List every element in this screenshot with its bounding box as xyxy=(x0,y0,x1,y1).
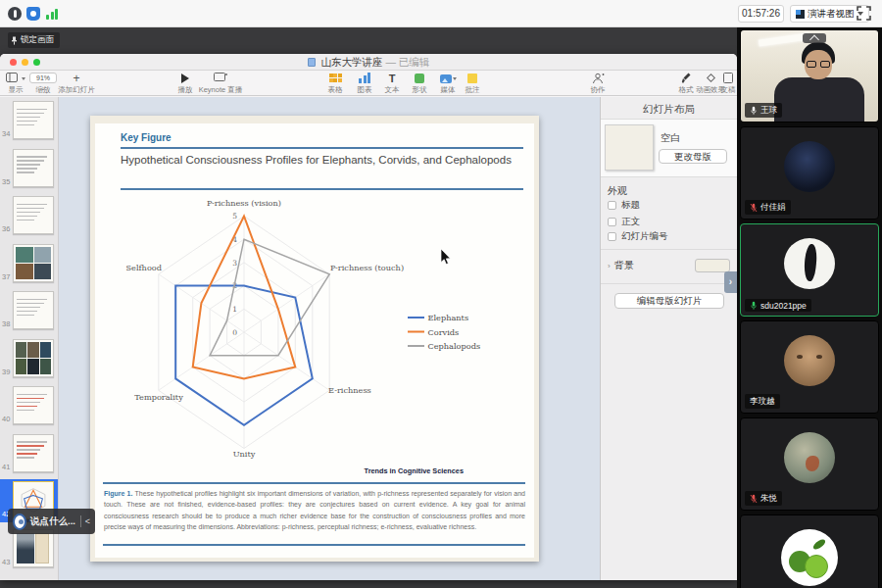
participant-tile[interactable]: 朱悦 xyxy=(740,417,879,511)
legend-label: Corvids xyxy=(428,327,460,337)
slide-thumbnail-row[interactable]: 40 xyxy=(0,384,58,427)
slide-number: 35 xyxy=(2,177,10,186)
collapse-chat-icon[interactable]: < xyxy=(85,516,90,526)
text-icon: T xyxy=(380,73,404,84)
slide-thumbnail[interactable] xyxy=(13,529,54,567)
slide-thumbnail[interactable] xyxy=(13,291,54,329)
keynote-live-button[interactable]: Keynote 直播 xyxy=(198,73,243,95)
slide-number: 43 xyxy=(2,558,10,566)
media-button[interactable]: 媒体 xyxy=(433,73,463,95)
participant-name-badge: 付佳娟 xyxy=(745,200,791,215)
slide-thumbnail-row[interactable]: 38 xyxy=(0,289,58,332)
table-button[interactable]: 表格 xyxy=(323,73,347,95)
format-inspector: 幻灯片布局 空白 更改母版 外观 标题 正文 xyxy=(600,97,737,580)
checkbox[interactable] xyxy=(608,232,616,241)
participant-name-badge: 王球 xyxy=(745,103,782,118)
play-button[interactable]: 播放 xyxy=(172,73,198,95)
window-title: 山东大学讲座 — 已编辑 xyxy=(0,56,737,70)
participant-tile[interactable]: 付佳娟 xyxy=(740,126,879,220)
appearance-label: 外观 xyxy=(608,184,627,198)
text-button[interactable]: T 文本 xyxy=(380,73,404,95)
slide-thumbnail[interactable] xyxy=(13,196,54,234)
slide-thumbnail[interactable] xyxy=(13,149,54,187)
slide-thumbnail[interactable] xyxy=(13,386,54,424)
checkbox[interactable] xyxy=(608,201,616,210)
mic-status-icon[interactable] xyxy=(8,7,22,21)
slide-thumbnail[interactable] xyxy=(13,434,54,472)
slide-thumbnail-row[interactable]: 39 xyxy=(0,337,58,380)
zoom-control[interactable]: 91% ⌄ 缩放 xyxy=(29,73,57,95)
participant-tile-active-speaker[interactable]: sdu2021ppe xyxy=(740,223,879,317)
participant-tile[interactable] xyxy=(740,514,879,588)
scroll-up-button[interactable] xyxy=(803,33,826,43)
chart-button[interactable]: 图表 xyxy=(353,73,376,95)
slide-thumbnail-row[interactable]: 35 xyxy=(0,147,58,190)
slide-thumbnail-row[interactable]: 34 xyxy=(0,99,58,142)
slide-number: 41 xyxy=(2,463,10,471)
slide-number: 38 xyxy=(2,319,10,328)
slide-thumbnail-row[interactable]: 37 xyxy=(0,242,58,285)
slide-thumbnail-row[interactable]: 36 xyxy=(0,194,58,237)
change-master-button[interactable]: 更改母版 xyxy=(659,149,727,164)
background-row[interactable]: ›背景 xyxy=(608,259,634,272)
slide-number: 39 xyxy=(2,368,10,376)
radar-ring-label: 0 xyxy=(232,328,237,337)
document-panel-button[interactable]: 文稿 xyxy=(718,73,738,95)
radar-ring-label: 1 xyxy=(232,305,237,314)
media-icon xyxy=(440,74,452,83)
slide-thumbnail[interactable] xyxy=(13,244,54,282)
participant-name-badge: 朱悦 xyxy=(745,491,782,506)
fullscreen-icon[interactable] xyxy=(857,6,871,21)
radar-axis-label: P-richness (vision) xyxy=(207,198,281,208)
view-menu-button[interactable]: 显示 xyxy=(2,73,29,95)
slide-thumbnail[interactable] xyxy=(13,101,54,139)
current-slide[interactable]: Key Figure Hypothetical Consciousness Pr… xyxy=(90,116,539,562)
keynote-titlebar: 山东大学讲座 — 已编辑 xyxy=(0,54,737,71)
figure-caption-label: Figure 1. xyxy=(104,490,132,497)
inspector-header: 幻灯片布局 xyxy=(601,103,737,117)
background-color-well[interactable] xyxy=(695,259,730,272)
pin-screen-badge[interactable]: 锁定画面 xyxy=(8,32,60,48)
slide-canvas[interactable]: Key Figure Hypothetical Consciousness Pr… xyxy=(59,97,600,580)
shared-screen-stage: 锁定画面 山东大学讲座 — 已编辑 显示 xyxy=(0,27,737,588)
panel-collapse-tab[interactable]: › xyxy=(724,271,737,293)
edit-master-button[interactable]: 编辑母版幻灯片 xyxy=(614,293,724,309)
participant-name-badge: sdu2021ppe xyxy=(745,299,811,312)
mic-on-icon xyxy=(750,106,758,116)
body-checkbox-row[interactable]: 正文 xyxy=(608,216,640,228)
avatar xyxy=(784,432,835,483)
chat-logo-avatar xyxy=(13,514,26,530)
table-icon xyxy=(329,74,342,82)
radar-axis-label: Temporality xyxy=(134,392,183,402)
radar-grid-spoke xyxy=(244,274,329,332)
radar-ring-label: 5 xyxy=(232,212,237,220)
title-checkbox-row[interactable]: 标题 xyxy=(608,199,640,212)
radar-grid-spoke xyxy=(159,332,244,390)
live-screen-icon xyxy=(214,73,227,83)
slide-thumbnail-row[interactable]: 41 xyxy=(0,432,58,475)
keynote-toolbar: 显示 91% ⌄ 缩放 + 添加幻灯片 播放 Keynote 直播 xyxy=(0,71,737,96)
plus-icon: + xyxy=(57,73,96,84)
network-signal-icon xyxy=(46,7,60,21)
slide-thumbnail[interactable] xyxy=(13,339,54,377)
thumb-book-cover xyxy=(35,533,49,564)
radar-chart: 012345P-richness (vision)P-richness (tou… xyxy=(98,193,529,481)
comment-button[interactable]: 批注 xyxy=(461,73,484,95)
shape-button[interactable]: 形状 xyxy=(408,73,431,95)
radar-chart-svg: 012345P-richness (vision)P-richness (tou… xyxy=(98,193,529,481)
pin-screen-label: 锁定画面 xyxy=(21,34,54,46)
slide-number-checkbox-row[interactable]: 幻灯片编号 xyxy=(608,230,668,243)
master-slide-card: 空白 更改母版 xyxy=(601,119,737,177)
participant-tile[interactable]: 李玟越 xyxy=(740,320,879,414)
participant-tile-video[interactable]: 王球 xyxy=(740,29,879,122)
chat-quick-input[interactable]: 说点什么... < xyxy=(8,509,95,534)
collaborate-button[interactable]: 协作 xyxy=(584,73,612,95)
divider xyxy=(601,249,737,250)
security-shield-icon[interactable] xyxy=(26,7,40,21)
checkbox[interactable] xyxy=(608,218,616,226)
rule-line xyxy=(121,188,523,190)
disclosure-chevron-icon[interactable]: › xyxy=(608,262,611,270)
participant-name-badge: 李玟越 xyxy=(745,394,780,409)
master-slide-thumbnail[interactable] xyxy=(605,124,654,171)
add-slide-button[interactable]: + 添加幻灯片 xyxy=(57,73,96,95)
